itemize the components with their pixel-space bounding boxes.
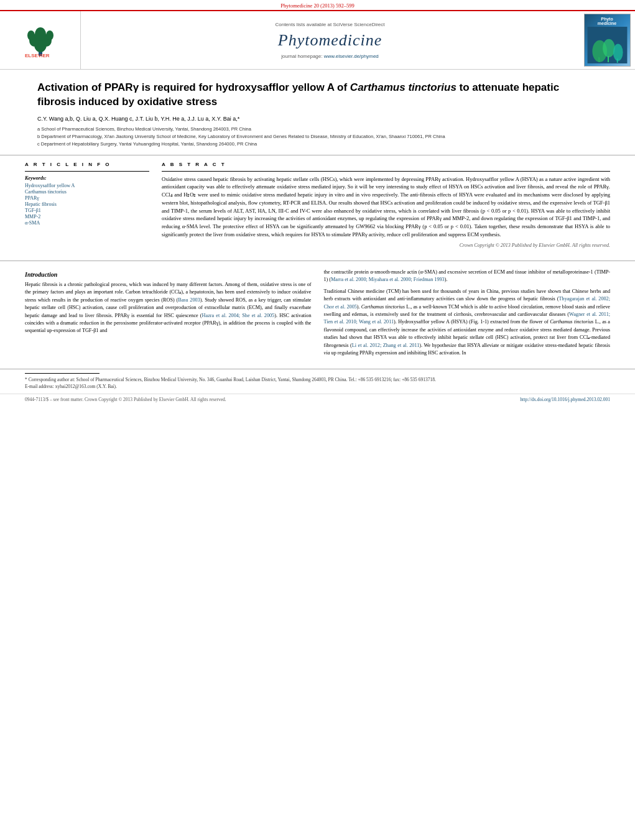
svg-point-6 — [46, 30, 53, 40]
intro-paragraph-3: Traditional Chinese medicine (TCM) has b… — [324, 288, 611, 358]
article-info-column: A R T I C L E I N F O Keywords: Hydroxys… — [25, 162, 149, 248]
affiliation-a: a School of Pharmaceutical Sciences, Bin… — [37, 126, 598, 132]
svg-point-5 — [27, 30, 35, 40]
abstract-column: A B S T R A C T Oxidative stress caused … — [162, 162, 610, 248]
keyword-4[interactable]: Hepatic fibrosis — [25, 201, 149, 207]
svg-rect-13 — [607, 56, 608, 62]
ref-li[interactable]: Li et al. 2012; Zhang et al. 2011 — [352, 343, 420, 348]
journal-citation: Phytomedicine 20 (2013) 592–599 — [0, 0, 635, 10]
sciverse-line: Contents lists available at SciVerse Sci… — [275, 22, 384, 27]
svg-point-11 — [613, 44, 623, 62]
homepage-link[interactable]: www.elsevier.de/phymed — [324, 53, 379, 59]
keyword-3[interactable]: PPARγ — [25, 195, 149, 201]
journal-thumbnail-section: Phytomedicine — [579, 11, 635, 69]
journal-header: ELSEVIER Contents lists available at Sci… — [0, 10, 635, 70]
copyright-notice: Crown Copyright © 2013 Published by Else… — [162, 242, 610, 248]
corresponding-author-note: * Corresponding author at: School of Pha… — [25, 376, 610, 390]
cover-image-icon — [587, 27, 628, 63]
introduction-heading: Introduction — [25, 271, 312, 278]
article-info-divider — [25, 171, 149, 172]
ref-marra[interactable]: Marra et al. 2000; Miyahara et al. 2000;… — [331, 277, 445, 282]
elsevier-logo-section: ELSEVIER — [0, 11, 81, 69]
article-title-section: Activation of PPARγ is required for hydr… — [0, 70, 635, 155]
abstract-text: Oxidative stress caused hepatic fibrosis… — [162, 175, 610, 239]
elsevier-tree-icon: ELSEVIER — [22, 23, 59, 57]
journal-cover-thumbnail: Phytomedicine — [584, 14, 631, 67]
footnote-section: * Corresponding author at: School of Pha… — [0, 369, 635, 394]
keyword-7[interactable]: α-SMA — [25, 220, 149, 226]
svg-point-4 — [35, 27, 46, 41]
keyword-5[interactable]: TGF-β1 — [25, 208, 149, 213]
main-content-section: Introduction Hepatic fibrosis is a chron… — [0, 261, 635, 369]
footnote-divider — [25, 373, 100, 374]
elsevier-logo: ELSEVIER — [22, 23, 59, 57]
doi-link[interactable]: http://dx.doi.org/10.1016/j.phymed.2013.… — [520, 397, 610, 402]
keywords-label: Keywords: — [25, 175, 149, 181]
bottom-bar: 0944-7113/$ – see front matter. Crown Co… — [0, 394, 635, 405]
keyword-2[interactable]: Carthamus tinctorius — [25, 189, 149, 195]
affiliation-c: c Department of Hepatobiliary Surgery, Y… — [37, 141, 598, 147]
content-column-left: Introduction Hepatic fibrosis is a chron… — [25, 269, 312, 361]
svg-rect-14 — [616, 58, 618, 63]
intro-paragraph-1: Hepatic fibrosis is a chronic pathologic… — [25, 281, 312, 335]
ref-hazra[interactable]: Hazra et al. 2004; She et al. 2005 — [202, 313, 275, 318]
affiliation-b: b Department of Pharmacology, Xi'an Jiao… — [37, 133, 598, 140]
svg-text:ELSEVIER: ELSEVIER — [25, 53, 50, 57]
journal-title: Phytomedicine — [278, 31, 382, 50]
keyword-6[interactable]: MMP-2 — [25, 214, 149, 219]
affiliations: a School of Pharmaceutical Sciences, Bin… — [37, 126, 598, 148]
content-column-right: the contractile protein α-smooth-muscle … — [324, 269, 611, 361]
issn-text: 0944-7113/$ – see front matter. Crown Co… — [25, 397, 226, 402]
svg-rect-12 — [598, 57, 600, 62]
intro-paragraph-2: the contractile protein α-smooth-muscle … — [324, 269, 611, 284]
journal-title-section: Contents lists available at SciVerse Sci… — [81, 11, 579, 69]
abstract-divider — [162, 171, 610, 172]
ref-basu[interactable]: Basu 2003 — [178, 297, 200, 303]
article-title: Activation of PPARγ is required for hydr… — [37, 81, 598, 109]
authors-list: C.Y. Wang a,b, Q. Liu a, Q.X. Huang c, J… — [37, 116, 598, 122]
info-abstract-columns: A R T I C L E I N F O Keywords: Hydroxys… — [25, 162, 610, 248]
abstract-label: A B S T R A C T — [162, 162, 610, 167]
svg-point-10 — [603, 39, 615, 58]
journal-homepage: journal homepage: www.elsevier.de/phymed — [281, 53, 379, 59]
abstract-section: A R T I C L E I N F O Keywords: Hydroxys… — [0, 155, 635, 261]
article-info-label: A R T I C L E I N F O — [25, 162, 149, 167]
keyword-1[interactable]: Hydroxysafflor yellow A — [25, 183, 149, 188]
